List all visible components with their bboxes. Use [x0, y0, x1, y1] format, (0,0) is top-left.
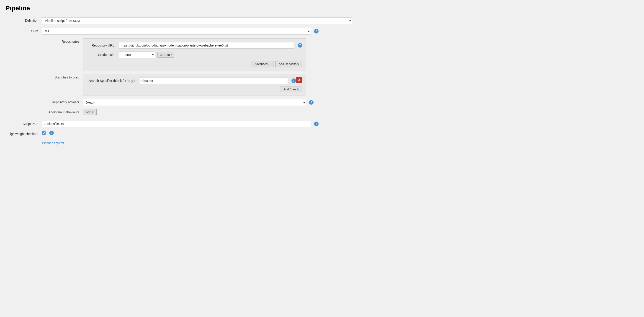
scm-section: Repositories Repository URL ? Credential…	[42, 38, 638, 118]
definition-select[interactable]: Pipeline script from SCM Pipeline script	[42, 17, 352, 24]
lightweight-checkbox-row	[42, 131, 46, 135]
scm-select[interactable]: Git None	[42, 28, 311, 35]
lightweight-checkout-control-wrap: ?	[42, 131, 638, 135]
repo-browser-help-icon[interactable]: ?	[309, 100, 314, 105]
additional-behaviours-label: Additional Behaviours	[42, 109, 83, 114]
additional-behaviours-add-button[interactable]: Add ▾	[83, 109, 96, 115]
repo-url-row: Repository URL ?	[87, 42, 302, 49]
lightweight-checkout-checkbox[interactable]	[42, 131, 46, 135]
svg-rect-2	[162, 55, 164, 55]
pipeline-syntax-row: Pipeline Syntax	[6, 141, 638, 145]
repositories-label: Repositories	[42, 38, 83, 43]
additional-behaviours-add-arrow: ▾	[92, 110, 94, 114]
repo-url-label: Repository URL	[87, 44, 116, 47]
script-path-input[interactable]	[42, 121, 311, 127]
branches-box: X Branch Specifier (blank for 'any') ? A…	[83, 74, 306, 96]
lightweight-checkout-help-icon[interactable]: ?	[49, 131, 54, 135]
repositories-row: Repositories Repository URL ? Credential…	[42, 38, 638, 71]
svg-rect-4	[162, 55, 163, 55]
credentials-add-arrow: ▾	[171, 54, 172, 56]
credentials-add-label: Add	[164, 53, 170, 57]
key-icon	[160, 54, 164, 56]
repo-actions: Advanced... Add Repository	[87, 61, 302, 67]
script-path-label: Script Path	[6, 121, 42, 126]
definition-row: Definition Pipeline script from SCM Pipe…	[6, 17, 638, 24]
svg-point-1	[161, 55, 161, 55]
additional-behaviours-add-label: Add	[86, 110, 91, 114]
scm-help-icon[interactable]: ?	[314, 29, 318, 34]
script-path-control-wrap: ?	[42, 121, 638, 127]
definition-label: Definition	[6, 17, 42, 22]
svg-rect-3	[163, 55, 163, 55]
credentials-row: Credentials - none -	[87, 51, 302, 58]
delete-branch-button[interactable]: X	[296, 77, 302, 83]
lightweight-checkout-label: Lightweight checkout	[6, 131, 42, 136]
add-branch-button[interactable]: Add Branch	[280, 86, 302, 92]
advanced-button[interactable]: Advanced...	[251, 61, 274, 67]
page-title: Pipeline	[6, 5, 638, 12]
script-path-help-icon[interactable]: ?	[314, 122, 318, 126]
credentials-label: Credentials	[87, 53, 116, 57]
script-path-row: Script Path ?	[6, 121, 638, 127]
branch-specifier-row: Branch Specifier (blank for 'any') ?	[87, 78, 296, 84]
credentials-select[interactable]: - none -	[119, 51, 155, 58]
scm-control-wrap: Git None ?	[42, 28, 638, 35]
repo-url-input[interactable]	[119, 42, 294, 49]
branch-specifier-help-icon[interactable]: ?	[292, 79, 296, 83]
pipeline-syntax-link[interactable]: Pipeline Syntax	[42, 141, 64, 145]
add-repository-button[interactable]: Add Repository	[275, 61, 302, 67]
scm-row: SCM Git None ?	[6, 28, 638, 35]
repo-url-help-icon[interactable]: ?	[298, 43, 302, 48]
scm-label: SCM	[6, 28, 42, 33]
repo-browser-select[interactable]: (Auto)	[83, 99, 306, 106]
credentials-add-button[interactable]: Add ▾	[158, 52, 174, 58]
repo-browser-label: Repository browser	[42, 99, 83, 104]
pipeline-syntax-spacer	[6, 141, 42, 143]
branch-specifier-input[interactable]	[139, 78, 288, 84]
additional-behaviours-row: Additional Behaviours Add ▾	[42, 109, 638, 115]
branches-row: Branches to build X Branch Specifier (bl…	[42, 74, 638, 96]
lightweight-checkout-row: Lightweight checkout ?	[6, 131, 638, 136]
repositories-box: Repository URL ? Credentials - none -	[83, 38, 306, 71]
repo-browser-row: Repository browser (Auto) ?	[42, 99, 638, 106]
definition-control-wrap: Pipeline script from SCM Pipeline script	[42, 17, 638, 24]
branch-actions: Add Branch	[87, 86, 302, 92]
branches-label: Branches to build	[42, 74, 83, 79]
branch-specifier-label: Branch Specifier (blank for 'any')	[87, 79, 137, 83]
